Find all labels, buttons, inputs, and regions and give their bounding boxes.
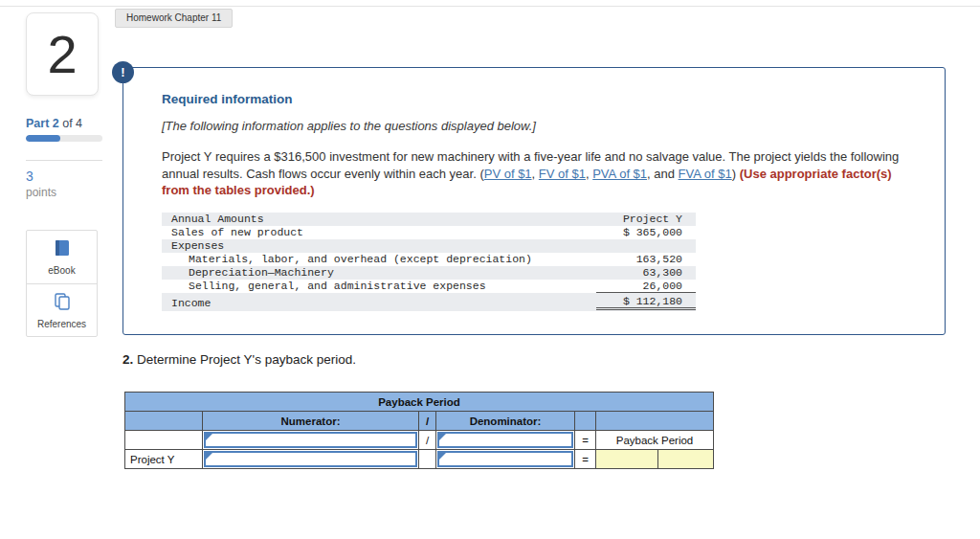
table-row: Sales of new product $ 365,000 bbox=[162, 226, 696, 239]
fv-of-1-link[interactable]: FV of $1 bbox=[539, 167, 586, 181]
denominator-input[interactable] bbox=[437, 432, 573, 448]
equals-sign-cell: = bbox=[575, 431, 596, 450]
top-bar bbox=[0, 0, 980, 7]
table-row: Materials, labor, and overhead (except d… bbox=[162, 253, 696, 266]
separator: ) bbox=[732, 167, 740, 181]
header-blank-cell bbox=[596, 412, 714, 431]
result-label-cell: Payback Period bbox=[596, 431, 714, 450]
part-progress-fill bbox=[26, 135, 60, 142]
fva-of-1-link[interactable]: FVA of $1 bbox=[679, 167, 732, 181]
payback-formula-row: / = Payback Period bbox=[125, 431, 714, 450]
row-value: $ 365,000 bbox=[596, 226, 696, 238]
header-label: Annual Amounts bbox=[162, 213, 596, 225]
row-label: Income bbox=[162, 297, 596, 309]
numerator-value-cell bbox=[203, 450, 419, 469]
payback-title-row: Payback Period bbox=[125, 393, 714, 412]
sidebar-divider bbox=[26, 160, 102, 161]
payback-header-row: Numerator: / Denominator: bbox=[125, 412, 714, 431]
divide-sign-header: / bbox=[419, 412, 436, 431]
required-information-heading: Required information bbox=[162, 92, 906, 106]
ebook-label: eBook bbox=[48, 265, 75, 276]
table-row: Depreciation—Machinery 63,300 bbox=[162, 266, 696, 280]
dropdown-marker-icon bbox=[206, 453, 212, 460]
dropdown-marker-icon bbox=[439, 453, 446, 460]
blank-cell bbox=[125, 431, 203, 450]
equals-sign-cell: = bbox=[575, 450, 596, 469]
row-label: Depreciation—Machinery bbox=[162, 266, 596, 279]
blank-cell bbox=[419, 450, 436, 469]
assignment-tab[interactable]: Homework Chapter 11 bbox=[115, 9, 233, 28]
dropdown-marker-icon bbox=[439, 434, 446, 440]
separator: , bbox=[532, 167, 539, 181]
separator: , and bbox=[647, 167, 679, 181]
references-label: References bbox=[37, 319, 86, 329]
row-label: Expenses bbox=[162, 239, 596, 252]
required-information-box: ! Required information [The following in… bbox=[122, 67, 946, 335]
row-label: Sales of new product bbox=[162, 226, 596, 238]
row-value: 26,000 bbox=[596, 280, 696, 293]
payback-answer-row: Project Y = bbox=[125, 450, 714, 469]
row-label: Selling, general, and administrative exp… bbox=[162, 280, 596, 292]
header-blank-cell bbox=[125, 412, 203, 431]
ebook-icon bbox=[53, 238, 72, 261]
pva-of-1-link[interactable]: PVA of $1 bbox=[592, 167, 647, 181]
points-value: 3 bbox=[26, 168, 33, 184]
result-value-cell bbox=[596, 450, 658, 469]
row-value: $ 112,180 bbox=[596, 295, 696, 310]
part-total: of 4 bbox=[59, 117, 82, 130]
project-row-label: Project Y bbox=[125, 450, 203, 469]
part-current: Part 2 bbox=[26, 117, 59, 130]
references-icon bbox=[53, 292, 72, 315]
alert-icon: ! bbox=[112, 61, 134, 83]
ebook-button[interactable]: eBook bbox=[27, 231, 97, 283]
question-number-card: 2 bbox=[26, 12, 99, 96]
table-row: Expenses bbox=[162, 239, 696, 253]
table-row: Selling, general, and administrative exp… bbox=[162, 280, 696, 293]
payback-table-title: Payback Period bbox=[125, 393, 714, 412]
question-number: 2. bbox=[122, 352, 133, 367]
divide-sign-cell: / bbox=[419, 431, 436, 450]
numerator-value-input[interactable] bbox=[204, 451, 417, 467]
part-progress-bar bbox=[26, 135, 102, 142]
dropdown-marker-icon bbox=[206, 434, 212, 440]
annual-amounts-table: Annual Amounts Project Y Sales of new pr… bbox=[162, 213, 696, 311]
denominator-input-cell bbox=[436, 431, 575, 450]
applies-note: [The following information applies to th… bbox=[162, 119, 906, 133]
payback-period-table: Payback Period Numerator: / Denominator:… bbox=[124, 392, 714, 469]
denominator-value-input[interactable] bbox=[437, 451, 573, 467]
question-text: Determine Project Y's payback period. bbox=[133, 352, 356, 367]
resource-panel: eBook References bbox=[26, 230, 98, 337]
numerator-input[interactable] bbox=[204, 432, 417, 448]
row-label: Materials, labor, and overhead (except d… bbox=[162, 253, 596, 265]
table-header-row: Annual Amounts Project Y bbox=[162, 213, 696, 226]
references-button[interactable]: References bbox=[27, 283, 97, 336]
numerator-input-cell bbox=[203, 431, 419, 450]
denominator-value-cell bbox=[436, 450, 575, 469]
header-value: Project Y bbox=[596, 213, 696, 225]
problem-statement: Project Y requires a $316,500 investment… bbox=[162, 148, 906, 199]
numerator-header: Numerator: bbox=[203, 412, 419, 431]
part-progress-label: Part 2 of 4 bbox=[26, 117, 82, 130]
pv-of-1-link[interactable]: PV of $1 bbox=[484, 167, 532, 181]
denominator-header: Denominator: bbox=[436, 412, 575, 431]
header-blank-cell bbox=[575, 412, 596, 431]
income-row: Income $ 112,180 bbox=[162, 293, 696, 311]
points-label: points bbox=[26, 186, 56, 199]
row-value: 163,520 bbox=[596, 253, 696, 265]
result-unit-cell bbox=[658, 450, 714, 469]
question-prompt: 2. Determine Project Y's payback period. bbox=[122, 352, 356, 367]
row-value: 63,300 bbox=[596, 266, 696, 279]
